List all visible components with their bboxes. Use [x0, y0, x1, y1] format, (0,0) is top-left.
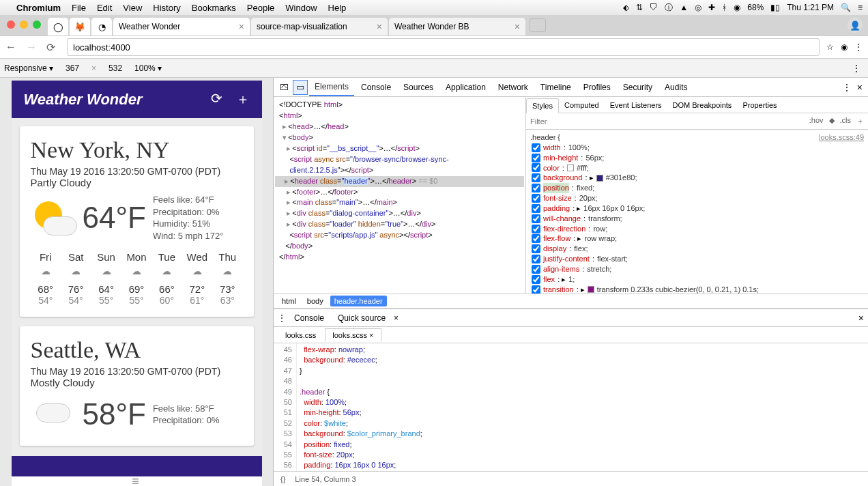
- crumb-header[interactable]: header.header: [330, 296, 387, 306]
- tab-dom-breakpoints[interactable]: DOM Breakpoints: [667, 98, 738, 112]
- panel-timeline[interactable]: Timeline: [535, 79, 577, 96]
- css-property[interactable]: display: flex;: [530, 244, 864, 254]
- tab-event-listeners[interactable]: Event Listeners: [605, 98, 667, 112]
- panel-application[interactable]: Application: [440, 79, 491, 96]
- reload-button[interactable]: ⟳: [46, 41, 60, 54]
- menu-bookmarks[interactable]: Bookmarks: [192, 3, 236, 13]
- panel-console[interactable]: Console: [356, 79, 396, 96]
- devtools-menu-icon[interactable]: ⋮: [842, 82, 852, 93]
- drive-icon[interactable]: ▲: [680, 3, 688, 12]
- css-property[interactable]: background: ▸ #301e80;: [530, 173, 864, 183]
- crumb-html[interactable]: html: [278, 296, 300, 306]
- source-editor[interactable]: 45464748495051525354555657585960 flex-wr…: [274, 343, 868, 471]
- refresh-icon[interactable]: ⟳: [211, 90, 222, 109]
- cls-toggle[interactable]: .cls: [840, 116, 852, 126]
- color-format-icon[interactable]: ◆: [829, 116, 835, 126]
- drawer-close-icon[interactable]: ×: [858, 313, 864, 324]
- dropbox-icon[interactable]: ⬖: [623, 3, 629, 12]
- menu-window[interactable]: Window: [285, 3, 317, 13]
- css-property[interactable]: position: fixed;: [530, 183, 864, 193]
- property-toggle[interactable]: [532, 234, 540, 243]
- menu-edit[interactable]: Edit: [97, 3, 112, 13]
- menu-people[interactable]: People: [247, 3, 274, 13]
- tab-styles[interactable]: Styles: [526, 98, 559, 113]
- resize-handle[interactable]: ≡: [12, 476, 262, 486]
- panel-network[interactable]: Network: [493, 79, 534, 96]
- tab-weather-wonder-bb[interactable]: Weather Wonder BB ×: [389, 18, 525, 35]
- chrome-icon[interactable]: ◎: [695, 3, 701, 12]
- new-rule-icon[interactable]: ＋: [856, 116, 864, 126]
- forward-button[interactable]: →: [26, 41, 40, 53]
- css-property[interactable]: flex-direction: row;: [530, 224, 864, 234]
- property-toggle[interactable]: [532, 285, 540, 294]
- property-toggle[interactable]: [532, 184, 540, 192]
- panel-sources[interactable]: Sources: [398, 79, 439, 96]
- css-property[interactable]: min-height: 56px;: [530, 153, 864, 163]
- property-toggle[interactable]: [532, 225, 540, 233]
- css-property[interactable]: transition: ▸ transform 0.233s cubic-bez…: [530, 285, 864, 294]
- back-button[interactable]: ←: [5, 41, 19, 53]
- hov-toggle[interactable]: :hov: [809, 116, 824, 126]
- zoom-select[interactable]: 100% ▾: [134, 63, 162, 73]
- menu-file[interactable]: File: [72, 3, 86, 13]
- property-toggle[interactable]: [532, 154, 540, 162]
- styles-filter-input[interactable]: [530, 117, 804, 126]
- shield-icon[interactable]: ⛉: [650, 3, 658, 12]
- sync-icon[interactable]: ⇅: [636, 3, 643, 12]
- css-property[interactable]: font-size: 20px;: [530, 193, 864, 203]
- plus-icon[interactable]: ✚: [708, 3, 715, 12]
- pinned-tab-github[interactable]: ◯: [48, 18, 68, 35]
- tab-close-icon[interactable]: ×: [239, 21, 244, 32]
- css-property[interactable]: flex: ▸ 1;: [530, 274, 864, 285]
- property-toggle[interactable]: [532, 244, 540, 253]
- crumb-body[interactable]: body: [303, 296, 328, 306]
- panel-security[interactable]: Security: [618, 79, 658, 96]
- device-mode-icon[interactable]: ▭: [293, 80, 308, 95]
- drawer-menu-icon[interactable]: ⋮: [278, 313, 286, 323]
- property-toggle[interactable]: [532, 173, 540, 182]
- property-toggle[interactable]: [532, 275, 540, 284]
- extension-icon[interactable]: ◉: [841, 42, 848, 52]
- property-toggle[interactable]: [532, 214, 540, 223]
- property-toggle[interactable]: [532, 163, 540, 172]
- panel-elements[interactable]: Elements: [309, 78, 354, 96]
- menu-history[interactable]: History: [153, 3, 180, 13]
- css-rules[interactable]: looks.scss:49.header { width: 100%;min-h…: [526, 130, 868, 294]
- tab-properties[interactable]: Properties: [737, 98, 782, 112]
- property-toggle[interactable]: [532, 194, 540, 203]
- elements-tree[interactable]: <!DOCTYPE html> <html> ▸<head>…</head> ▾…: [274, 97, 526, 294]
- css-property[interactable]: padding: ▸ 16px 16px 0 16px;: [530, 203, 864, 214]
- pinned-tab-app[interactable]: ◔: [91, 18, 112, 35]
- address-input[interactable]: localhost:4000: [67, 38, 820, 56]
- wifi-icon[interactable]: ◉: [734, 3, 740, 12]
- property-toggle[interactable]: [532, 143, 540, 152]
- drawer-tab-console[interactable]: Console: [289, 311, 330, 326]
- tab-source-map[interactable]: source-map-visualization ×: [251, 18, 388, 35]
- device-mode-select[interactable]: Responsive ▾: [4, 63, 53, 73]
- new-tab-button[interactable]: [530, 18, 546, 32]
- viewport-width[interactable]: 367: [59, 63, 86, 73]
- menu-help[interactable]: Help: [328, 3, 347, 13]
- minimize-window[interactable]: [20, 20, 28, 29]
- browser-menu-icon[interactable]: ⋮: [854, 42, 863, 52]
- bookmark-icon[interactable]: ☆: [826, 42, 834, 52]
- panel-profiles[interactable]: Profiles: [578, 79, 616, 96]
- close-window[interactable]: [7, 20, 15, 29]
- tab-computed[interactable]: Computed: [559, 98, 605, 112]
- pinned-tab-firefox[interactable]: 🦊: [70, 18, 90, 35]
- add-icon[interactable]: ＋: [236, 90, 250, 109]
- property-toggle[interactable]: [532, 265, 540, 274]
- braces-icon[interactable]: {}: [280, 475, 285, 483]
- file-tab-scss[interactable]: looks.scss ×: [325, 328, 381, 342]
- inspect-icon[interactable]: ⮹: [276, 80, 291, 95]
- cards-container[interactable]: New York, NY Thu May 19 2016 13:20:50 GM…: [12, 118, 262, 460]
- tab-close-icon[interactable]: ×: [377, 21, 382, 32]
- tab-close-icon[interactable]: ×: [515, 21, 520, 32]
- panel-audits[interactable]: Audits: [659, 79, 693, 96]
- search-icon[interactable]: 🔍: [841, 3, 851, 12]
- menu-icon[interactable]: ≡: [858, 3, 863, 12]
- devtools-close-icon[interactable]: ×: [857, 82, 863, 93]
- battery-icon[interactable]: ▮▯: [770, 3, 780, 12]
- drawer-tab-close-icon[interactable]: ×: [394, 313, 399, 323]
- profile-avatar[interactable]: 👤: [848, 18, 863, 33]
